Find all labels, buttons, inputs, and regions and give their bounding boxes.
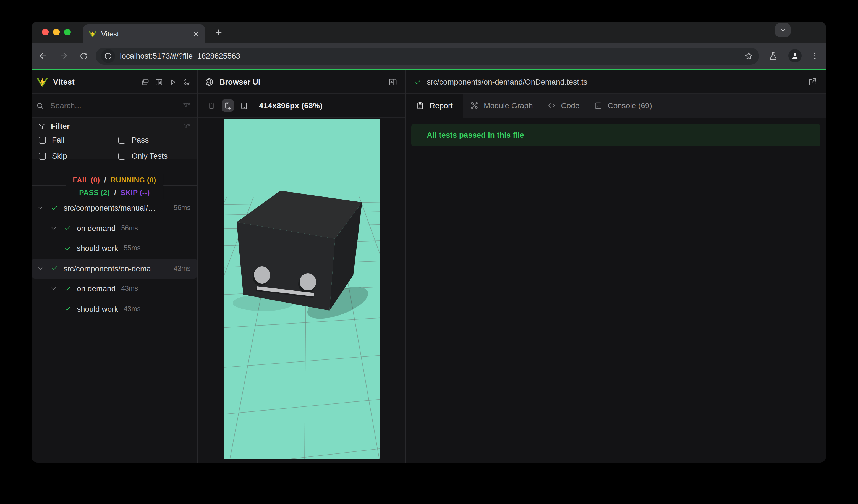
back-button[interactable] xyxy=(38,51,48,61)
sidebar: Vitest Search... Filter xyxy=(32,70,197,462)
indent-guide xyxy=(41,278,41,299)
experiments-flask-icon[interactable] xyxy=(768,51,778,61)
new-tab-button[interactable] xyxy=(214,28,223,37)
tree-row-suite[interactable]: on demand 43ms xyxy=(32,278,197,299)
page-preview-canvas[interactable] xyxy=(224,119,380,459)
test-duration: 56ms xyxy=(174,204,190,212)
site-info-button[interactable] xyxy=(101,49,115,63)
dashboard-icon xyxy=(141,78,149,86)
pass-check-icon xyxy=(63,225,72,232)
profile-avatar[interactable] xyxy=(788,49,801,63)
filter-funnel-icon xyxy=(37,122,46,130)
zoom-window-button[interactable] xyxy=(64,29,71,35)
browser-ui-panel: Browser UI 414x896px (68%) xyxy=(197,70,405,462)
address-bar[interactable]: localhost:5173/#/?file=1828625563 xyxy=(96,47,759,64)
tree-row-file[interactable]: src/components/manual/… 56ms xyxy=(32,198,197,218)
dashboard-button[interactable] xyxy=(138,75,152,89)
window-controls xyxy=(42,29,71,35)
browser-ui-title: Browser UI xyxy=(220,77,260,86)
device-tablet-button[interactable] xyxy=(238,99,250,112)
tree-row-file[interactable]: src/components/on-dema… 43ms xyxy=(32,258,197,278)
clear-filter-icon[interactable] xyxy=(182,101,191,110)
test-name: on demand xyxy=(77,284,115,293)
open-in-editor-icon[interactable] xyxy=(808,77,817,86)
search-input[interactable]: Search... xyxy=(32,94,197,118)
robot-head-3d xyxy=(233,191,372,325)
viewport-size-label: 414x896px (68%) xyxy=(259,101,322,110)
run-all-button[interactable] xyxy=(166,75,180,89)
tree-row-suite[interactable]: on demand 56ms xyxy=(32,218,197,238)
console-icon xyxy=(594,101,603,110)
screen: Vitest localhost:5173/#/?file=1828625563 xyxy=(0,0,858,504)
device-phone-icon xyxy=(207,101,215,110)
checkbox-unchecked-icon[interactable] xyxy=(118,136,126,143)
test-file-path: src/components/on-demand/OnDemand.test.t… xyxy=(427,77,587,86)
checkbox-unchecked-icon[interactable] xyxy=(118,152,126,159)
file-header: src/components/on-demand/OnDemand.test.t… xyxy=(406,70,826,94)
tab-console-69-[interactable]: Console (69) xyxy=(587,94,659,117)
url-text: localhost:5173/#/?file=1828625563 xyxy=(120,51,744,60)
checkbox-unchecked-icon[interactable] xyxy=(39,152,46,159)
test-tree: src/components/manual/… 56ms on demand 5… xyxy=(32,198,197,462)
report-tabs: Report Module Graph Code Console (69) xyxy=(406,94,826,117)
chevron-down-icon[interactable] xyxy=(36,205,45,211)
indent-guide xyxy=(41,238,41,258)
tab-label: Console (69) xyxy=(607,101,652,110)
minimize-window-button[interactable] xyxy=(53,29,60,35)
layout-report-button[interactable] xyxy=(152,75,166,89)
globe-icon xyxy=(205,77,214,86)
device-phone-button[interactable] xyxy=(205,99,217,112)
chevron-down-icon[interactable] xyxy=(49,225,58,231)
checkbox-unchecked-icon[interactable] xyxy=(39,136,46,143)
browser-menu-button[interactable] xyxy=(810,51,819,60)
filter-panel: Filter Fail Pass Skip Only Tests xyxy=(32,118,197,159)
vitest-logo xyxy=(36,76,48,87)
tab-report[interactable]: Report xyxy=(406,94,463,117)
dark-mode-button[interactable] xyxy=(180,75,193,89)
checkbox-label: Fail xyxy=(52,135,64,144)
chevron-down-icon[interactable] xyxy=(49,286,58,292)
tab-module-graph[interactable]: Module Graph xyxy=(463,94,540,117)
person-icon xyxy=(791,51,799,60)
sidebar-header: Vitest xyxy=(32,70,197,94)
tab-close-icon[interactable] xyxy=(192,30,200,37)
report-content: All tests passed in this file xyxy=(406,117,826,146)
search-icon xyxy=(36,101,44,110)
tab-search-button[interactable] xyxy=(775,23,791,37)
panel-right-open-icon[interactable] xyxy=(388,77,397,86)
close-window-button[interactable] xyxy=(42,29,49,35)
info-icon xyxy=(104,52,112,60)
filter-heading: Filter xyxy=(51,121,70,130)
app-title: Vitest xyxy=(53,77,75,86)
pass-check-icon xyxy=(50,205,59,212)
pass-check-icon xyxy=(63,305,72,312)
summary-line-fail-running: FAIL (0) / RUNNING (0) xyxy=(73,174,156,186)
forward-button[interactable] xyxy=(59,51,68,61)
test-name: on demand xyxy=(77,224,115,233)
device-phone-add-button[interactable] xyxy=(221,99,234,112)
tree-row-test[interactable]: should work 43ms xyxy=(32,299,197,319)
test-summary: FAIL (0) / RUNNING (0) PASS (2) / SKIP (… xyxy=(32,159,197,198)
tab-code[interactable]: Code xyxy=(540,94,587,117)
test-duration: 43ms xyxy=(174,265,190,273)
preview-area xyxy=(198,118,405,462)
dark-mode-icon xyxy=(182,78,191,86)
indent-guide xyxy=(54,299,54,319)
pass-check-icon xyxy=(414,78,422,86)
filter-checkbox-pass[interactable]: Pass xyxy=(118,133,149,147)
summary-line-pass-skip: PASS (2) / SKIP (--) xyxy=(73,186,156,199)
reload-button[interactable] xyxy=(79,51,89,61)
clear-filter-icon[interactable] xyxy=(182,122,191,130)
device-toolbar: 414x896px (68%) xyxy=(198,94,405,118)
chevron-down-icon[interactable] xyxy=(36,265,45,272)
tree-row-test[interactable]: should work 55ms xyxy=(32,238,197,258)
device-phone-add-icon xyxy=(223,101,232,110)
test-duration: 55ms xyxy=(124,245,140,252)
test-name: src/components/on-dema… xyxy=(64,264,165,273)
search-placeholder: Search... xyxy=(50,101,81,110)
browser-tab[interactable]: Vitest xyxy=(83,24,205,43)
pass-check-icon xyxy=(63,285,72,292)
bookmark-star-icon[interactable] xyxy=(744,51,753,61)
indent-guide xyxy=(41,218,41,238)
filter-checkbox-fail[interactable]: Fail xyxy=(39,133,64,147)
